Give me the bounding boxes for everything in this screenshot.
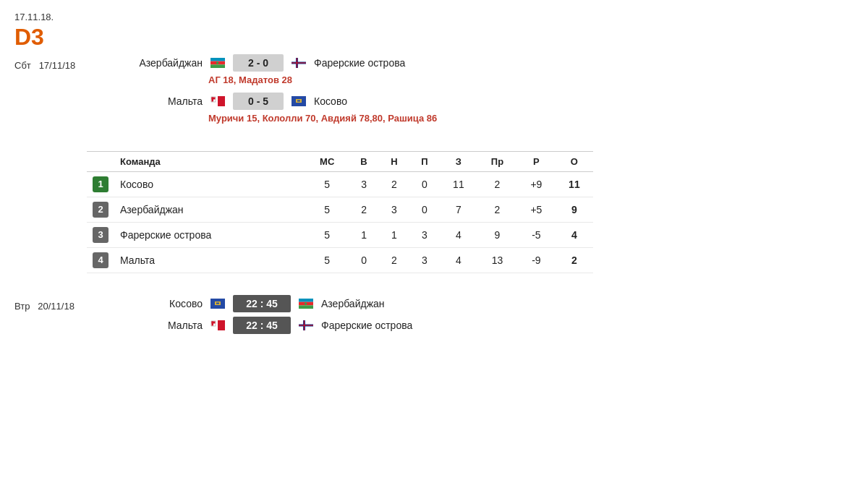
standings-row-2: 2 Азербайджан 5 2 3 0 7 2 +5 9 [87, 197, 593, 223]
rank-cell-3: 3 [87, 223, 114, 248]
pts-cell-3: 4 [556, 223, 593, 248]
standings-header-row: Команда МС В Н П З Пр Р О [87, 152, 593, 172]
col-pts: О [556, 152, 593, 172]
upcoming-matches-block: Косово 22 : 45 Азербайджан Мальта 22 : 4… [101, 295, 854, 338]
col-rank [87, 152, 114, 172]
upcoming-flag-away-1 [299, 299, 313, 309]
flag-home-2 [210, 96, 225, 106]
w-cell-2: 2 [349, 197, 379, 223]
pts-cell-1: 11 [556, 172, 593, 197]
away-team-2: Косово [314, 95, 430, 107]
col-d: Н [379, 152, 409, 172]
col-gd: Р [517, 152, 556, 172]
gd-cell-1: +9 [517, 172, 556, 197]
standings-row-1: 1 Косово 5 3 2 0 11 2 +9 11 [87, 172, 593, 197]
date-header: 17.11.18. [14, 12, 854, 22]
rank-cell-4: 4 [87, 248, 114, 273]
mc-cell-1: 5 [305, 172, 349, 197]
scorers-2: Муричи 15, Кололли 70, Авдияй 78,80, Раш… [208, 113, 854, 124]
gd-cell-4: -9 [517, 248, 556, 273]
rank-badge-2: 2 [93, 202, 109, 218]
past-matches-label-block: Сбт 17/11/18 [14, 54, 101, 129]
d-cell-2: 3 [379, 197, 409, 223]
standings-table: Команда МС В Н П З Пр Р О 1 Косово 5 3 2… [87, 151, 593, 273]
home-team-2: Мальта [101, 95, 203, 107]
l-cell-4: 3 [409, 248, 440, 273]
team-cell-4: Мальта [114, 248, 305, 273]
w-cell-1: 3 [349, 172, 379, 197]
l-cell-2: 0 [409, 197, 440, 223]
w-cell-3: 1 [349, 223, 379, 248]
col-l: П [409, 152, 440, 172]
scorers-1: АГ 18, Мадатов 28 [208, 74, 854, 85]
l-cell-1: 0 [409, 172, 440, 197]
upcoming-home-1: Косово [101, 298, 203, 309]
upcoming-flag-away-2 [299, 320, 313, 330]
mc-cell-3: 5 [305, 223, 349, 248]
gf-cell-4: 4 [440, 248, 477, 273]
pts-cell-4: 2 [556, 248, 593, 273]
gf-cell-1: 11 [440, 172, 477, 197]
group-label: D3 [14, 25, 854, 48]
upcoming-away-1: Азербайджан [321, 298, 437, 309]
flag-home-1 [210, 58, 225, 68]
upcoming-time-2: 22 : 45 [233, 317, 291, 334]
gd-cell-2: +5 [517, 197, 556, 223]
upcoming-flag-home-2 [210, 320, 225, 330]
past-day-label: Сбт [14, 60, 31, 71]
page-container: 17.11.18. D3 Сбт 17/11/18 Азербайджан 2 … [14, 12, 854, 338]
flag-away-1 [292, 58, 306, 68]
rank-badge-1: 1 [93, 176, 109, 192]
col-ga: Пр [477, 152, 517, 172]
match-row-1: Азербайджан 2 - 0 Фарерские острова [101, 54, 854, 72]
rank-cell-1: 1 [87, 172, 114, 197]
rank-badge-3: 3 [93, 227, 109, 243]
upcoming-home-2: Мальта [101, 320, 203, 331]
mc-cell-2: 5 [305, 197, 349, 223]
gd-cell-3: -5 [517, 223, 556, 248]
team-cell-1: Косово [114, 172, 305, 197]
col-w: В [349, 152, 379, 172]
rank-cell-2: 2 [87, 197, 114, 223]
col-team: Команда [114, 152, 305, 172]
upcoming-section: Втр 20/11/18 Косово 22 : 45 Азербайджан … [14, 295, 854, 338]
past-matches-block: Азербайджан 2 - 0 Фарерские острова АГ 1… [101, 54, 854, 129]
l-cell-3: 3 [409, 223, 440, 248]
rank-badge-4: 4 [93, 252, 109, 268]
score-1: 2 - 0 [233, 54, 284, 72]
past-matches-section: Сбт 17/11/18 Азербайджан 2 - 0 Фарерские… [14, 54, 854, 129]
d-cell-4: 2 [379, 248, 409, 273]
upcoming-date-label: 20/11/18 [38, 301, 75, 312]
score-2: 0 - 5 [233, 93, 284, 110]
w-cell-4: 0 [349, 248, 379, 273]
past-date-label: 17/11/18 [39, 60, 76, 71]
team-cell-3: Фарерские острова [114, 223, 305, 248]
col-gf: З [440, 152, 477, 172]
upcoming-flag-home-1 [210, 299, 225, 309]
d-cell-3: 1 [379, 223, 409, 248]
upcoming-label-block: Втр 20/11/18 [14, 295, 101, 338]
ga-cell-2: 2 [477, 197, 517, 223]
d-cell-1: 2 [379, 172, 409, 197]
ga-cell-4: 13 [477, 248, 517, 273]
gf-cell-3: 4 [440, 223, 477, 248]
pts-cell-2: 9 [556, 197, 593, 223]
gf-cell-2: 7 [440, 197, 477, 223]
upcoming-match-2: Мальта 22 : 45 Фарерские острова [101, 317, 854, 334]
away-team-1: Фарерские острова [314, 57, 430, 69]
col-mc: МС [305, 152, 349, 172]
mc-cell-4: 5 [305, 248, 349, 273]
home-team-1: Азербайджан [101, 57, 203, 69]
standings-row-3: 3 Фарерские острова 5 1 1 3 4 9 -5 4 [87, 223, 593, 248]
flag-away-2 [292, 96, 306, 106]
standings-wrapper: Команда МС В Н П З Пр Р О 1 Косово 5 3 2… [14, 151, 854, 273]
ga-cell-3: 9 [477, 223, 517, 248]
standings-row-4: 4 Мальта 5 0 2 3 4 13 -9 2 [87, 248, 593, 273]
upcoming-away-2: Фарерские острова [321, 320, 437, 331]
upcoming-match-1: Косово 22 : 45 Азербайджан [101, 295, 854, 312]
upcoming-day-label: Втр [14, 301, 30, 312]
upcoming-time-1: 22 : 45 [233, 295, 291, 312]
team-cell-2: Азербайджан [114, 197, 305, 223]
match-row-2: Мальта 0 - 5 Косово [101, 93, 854, 110]
ga-cell-1: 2 [477, 172, 517, 197]
